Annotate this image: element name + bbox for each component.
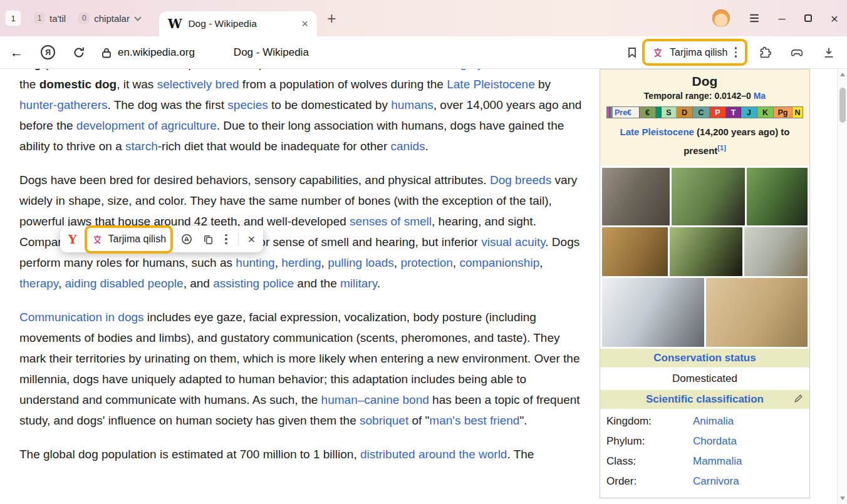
popup-translate-label: Tarjima qilish	[108, 234, 166, 245]
dog-photo[interactable]	[602, 168, 670, 225]
menu-icon[interactable]	[749, 13, 760, 23]
back-icon[interactable]: ←	[10, 45, 23, 60]
wiki-link[interactable]: humans	[391, 98, 434, 111]
taxon-link[interactable]: Carnivora	[693, 475, 739, 488]
text-segment: by	[535, 78, 551, 91]
bookmark-icon[interactable]	[626, 46, 638, 59]
text-segment: 0.0142–0	[714, 91, 753, 101]
wiki-link[interactable]: protection	[400, 256, 452, 269]
wiki-link[interactable]: assisting police	[213, 277, 294, 290]
profile-avatar[interactable]	[712, 9, 730, 27]
extensions-puzzle-icon[interactable]	[758, 46, 772, 59]
text-segment: .	[377, 277, 380, 290]
download-icon[interactable]	[822, 46, 836, 59]
wiki-link[interactable]: human–canine bond	[321, 393, 429, 406]
scroll-down-arrow[interactable]	[840, 496, 845, 500]
classification-row: Phylum:Chordata	[600, 431, 809, 451]
word-lookup-icon[interactable]	[180, 233, 193, 245]
tab-group-vacation[interactable]: 1 ta'til	[28, 8, 72, 29]
page-content: dog (Canis familiaris or Canis lupus fam…	[0, 69, 847, 504]
dog-photo[interactable]	[747, 168, 808, 225]
classification-header[interactable]: Scientific classification	[600, 390, 809, 409]
geological-timescale[interactable]: Pre€€SDCPTJKPgN	[606, 106, 803, 118]
new-tab-button[interactable]: +	[327, 11, 336, 26]
more-options-icon[interactable]	[224, 233, 229, 246]
wiki-link[interactable]: military	[340, 277, 377, 290]
close-icon[interactable]: ×	[248, 233, 256, 245]
wiki-link[interactable]: Communication in dogs	[19, 311, 144, 324]
wiki-link[interactable]: companionship	[459, 256, 539, 269]
wiki-link[interactable]: senses of smell	[350, 215, 432, 228]
popup-translate-button[interactable]: Tarjima qilish	[86, 230, 171, 249]
article-paragraph: dog (Canis familiaris or Canis lupus fam…	[19, 69, 585, 157]
timescale-segment: Pg	[774, 107, 792, 118]
yandex-browser-icon[interactable]: Я	[41, 45, 55, 59]
wiki-link[interactable]: therapy	[19, 277, 58, 290]
translate-button[interactable]: Tarjima qilish	[644, 43, 746, 61]
wiki-link[interactable]: man's best friend	[429, 414, 519, 427]
site-domain[interactable]: en.wikipedia.org	[118, 46, 195, 59]
titlebar-right-controls: – ×	[712, 9, 838, 27]
scroll-up-arrow[interactable]	[840, 73, 845, 76]
text-segment: ,	[394, 256, 401, 269]
wiki-link[interactable]: aiding disabled people	[65, 277, 184, 290]
wiki-link[interactable]: Late Pleistocene	[620, 126, 694, 137]
taxon-link[interactable]: Mammalia	[693, 455, 742, 468]
wiki-link[interactable]: canids	[391, 140, 425, 153]
timescale-segment: J	[741, 107, 757, 118]
wiki-link[interactable]: hunter-gatherers	[19, 98, 107, 111]
wiki-link[interactable]: Late Pleistocene	[447, 78, 535, 91]
text-segment: ,	[275, 256, 282, 269]
refresh-icon[interactable]	[73, 46, 85, 59]
conservation-status-header[interactable]: Conservation status	[600, 349, 809, 368]
text-segment: [1]	[717, 144, 725, 152]
text-segment: to be domesticated by	[268, 98, 391, 111]
wiki-link[interactable]: visual acuity	[481, 235, 545, 249]
wiki-link[interactable]: Dog breeds	[490, 173, 551, 187]
wiki-link[interactable]: gray wolf	[460, 69, 507, 70]
wiki-link[interactable]: Ma	[754, 91, 766, 101]
browser-window: { "chrome": { "window_badge": "1", "tab_…	[0, 0, 847, 504]
close-button[interactable]: ×	[831, 12, 838, 25]
edit-pencil-icon[interactable]	[794, 394, 803, 403]
wiki-link[interactable]: herding	[281, 256, 321, 269]
dog-photo[interactable]	[602, 227, 668, 276]
photo-row	[602, 168, 808, 225]
wiki-link[interactable]: distributed around the world	[360, 448, 507, 461]
tab-close-icon[interactable]: ×	[301, 18, 308, 29]
wiki-link[interactable]: starch	[125, 140, 158, 153]
wiki-link[interactable]: selectively bred	[157, 78, 239, 91]
text-segment: domestic dog	[39, 78, 117, 91]
taxon-link[interactable]: Chordata	[693, 435, 737, 448]
dog-photo[interactable]	[602, 278, 704, 347]
wiki-link[interactable]: development of agriculture	[76, 119, 217, 132]
dog-photo[interactable]	[744, 227, 808, 276]
gamepad-icon[interactable]	[789, 46, 804, 59]
dog-photo[interactable]	[706, 278, 808, 347]
copy-icon[interactable]	[202, 234, 214, 245]
wiki-link[interactable]: species	[227, 98, 268, 111]
wiki-link[interactable]: pulling loads	[328, 256, 394, 269]
site-security-and-domain[interactable]: en.wikipedia.org	[101, 46, 195, 59]
window-tab-counter[interactable]: 1	[5, 10, 21, 26]
dog-photo[interactable]	[672, 168, 746, 225]
scrollbar[interactable]	[837, 69, 847, 504]
more-options-icon[interactable]	[734, 46, 739, 59]
tab-dog-wikipedia[interactable]: W Dog - Wikipedia ×	[159, 11, 317, 36]
timescale-segment	[656, 107, 662, 118]
temporal-range: Temporal range: 0.0142–0 Ma	[600, 91, 809, 101]
text-segment: . The	[507, 448, 534, 461]
maximize-button[interactable]	[804, 14, 812, 22]
text-segment: dog	[19, 69, 41, 70]
dog-photo[interactable]	[670, 227, 742, 276]
minimize-button[interactable]: –	[779, 12, 786, 24]
tab-group-tickets[interactable]: 0 chiptalar	[72, 8, 149, 29]
text-segment: and the	[294, 277, 340, 290]
infobox: Dog Temporal range: 0.0142–0 Ma Pre€€SDC…	[600, 69, 810, 498]
wiki-link[interactable]: hunting	[236, 256, 274, 269]
taxon-link[interactable]: Animalia	[693, 415, 734, 428]
timescale-segment: D	[677, 107, 693, 118]
chevron-down-icon[interactable]	[134, 14, 141, 21]
wiki-link[interactable]: sobriquet	[360, 414, 408, 427]
scrollbar-thumb[interactable]	[839, 88, 846, 123]
